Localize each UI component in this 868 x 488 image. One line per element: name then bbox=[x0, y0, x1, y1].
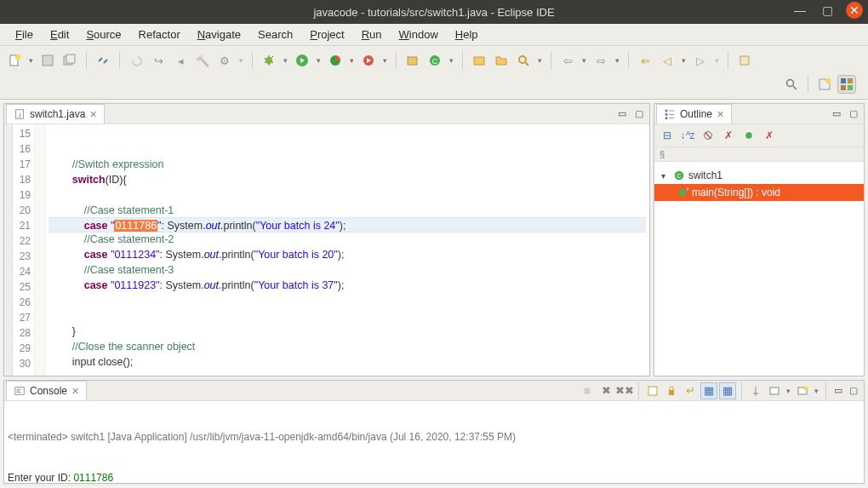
menu-edit[interactable]: Edit bbox=[42, 25, 77, 44]
menu-window[interactable]: Window bbox=[391, 25, 447, 44]
remove-all-icon[interactable]: ✖✖ bbox=[616, 382, 633, 399]
display-console-icon[interactable] bbox=[766, 382, 783, 399]
code-line[interactable]: switch(ID){ bbox=[49, 172, 646, 187]
code-line[interactable]: //Close the scanner object bbox=[49, 339, 646, 354]
prev-edit-icon[interactable]: ⇐ bbox=[636, 51, 654, 70]
menu-help[interactable]: Help bbox=[447, 25, 487, 44]
quick-access-search-icon[interactable] bbox=[782, 75, 801, 94]
coverage-icon[interactable] bbox=[326, 51, 345, 70]
svg-rect-9 bbox=[408, 57, 417, 65]
console-tab[interactable]: Console ✕ bbox=[6, 381, 87, 400]
code-line[interactable]: case "0111786": System.out.println("Your… bbox=[49, 217, 646, 233]
hide-nonpublic-icon[interactable] bbox=[741, 128, 757, 143]
open-folder-icon[interactable] bbox=[492, 51, 511, 70]
run-icon[interactable] bbox=[293, 51, 311, 70]
save-all-icon[interactable] bbox=[60, 51, 79, 70]
hide-static-icon[interactable]: ✗ bbox=[721, 128, 736, 143]
svg-point-31 bbox=[745, 132, 752, 139]
editor-tab-switch1[interactable]: J switch1.java ✕ bbox=[6, 104, 105, 123]
outline-min-icon[interactable]: ▭ bbox=[830, 107, 843, 121]
menu-run[interactable]: Run bbox=[353, 25, 391, 44]
back-icon[interactable]: ◂ bbox=[171, 51, 190, 70]
prev-annotation-icon[interactable]: ⇦ bbox=[558, 51, 577, 70]
code-line[interactable]: //Case statement-2 bbox=[49, 232, 646, 247]
back-history-icon[interactable]: ◁ bbox=[658, 51, 677, 70]
code-line[interactable]: case "0111234": System.out.println("Your… bbox=[49, 247, 646, 262]
focus-icon[interactable]: ⊟ bbox=[660, 128, 675, 143]
code-line[interactable]: } bbox=[49, 324, 646, 339]
code-line[interactable]: //Case statement-1 bbox=[49, 203, 646, 218]
menu-navigate[interactable]: Navigate bbox=[189, 25, 249, 44]
code-line[interactable] bbox=[49, 308, 646, 324]
menu-source[interactable]: Source bbox=[77, 25, 129, 44]
svg-rect-2 bbox=[43, 55, 53, 66]
run-last-icon[interactable] bbox=[359, 51, 378, 70]
maximize-view-icon[interactable]: ▢ bbox=[632, 107, 646, 121]
tree-item-method-main[interactable]: S main(String[]) : void bbox=[654, 184, 864, 201]
build-icon[interactable]: 🔨 bbox=[193, 51, 212, 70]
save-icon[interactable] bbox=[38, 51, 57, 70]
code-line[interactable]: //Switch expression bbox=[49, 157, 646, 172]
close-outline-icon[interactable]: ✕ bbox=[717, 109, 724, 120]
cfg-icon[interactable]: ⚙ bbox=[215, 51, 234, 70]
minimize-button[interactable]: — bbox=[791, 2, 808, 19]
next-annotation-icon[interactable]: ⇨ bbox=[591, 51, 610, 70]
scroll-lock-icon[interactable] bbox=[663, 382, 680, 399]
outline-empty-icon: § bbox=[660, 149, 665, 159]
code-line[interactable] bbox=[49, 126, 646, 141]
svg-rect-19 bbox=[848, 78, 853, 83]
open-perspective-icon[interactable] bbox=[815, 75, 834, 94]
maximize-button[interactable]: ▢ bbox=[819, 2, 836, 19]
class-icon: C bbox=[673, 169, 685, 181]
expand-icon[interactable]: ▾ bbox=[661, 171, 670, 181]
menu-search[interactable]: Search bbox=[249, 25, 301, 44]
java-perspective-icon[interactable] bbox=[837, 75, 856, 94]
console-min-icon[interactable]: ▭ bbox=[831, 384, 845, 398]
close-tab-icon[interactable]: ✕ bbox=[89, 109, 97, 120]
terminate-icon[interactable] bbox=[579, 382, 596, 399]
pin-icon[interactable] bbox=[735, 51, 754, 70]
menu-file[interactable]: File bbox=[7, 25, 42, 44]
close-button[interactable]: ✕ bbox=[846, 2, 863, 19]
sort-az-icon[interactable]: ↓ᴬz bbox=[680, 128, 695, 143]
menu-project[interactable]: Project bbox=[301, 25, 352, 44]
outline-max-icon[interactable]: ▢ bbox=[847, 107, 860, 121]
code-line[interactable] bbox=[49, 187, 646, 203]
tree-item-class[interactable]: ▾ C switch1 bbox=[658, 167, 860, 184]
console-max-icon[interactable]: ▢ bbox=[847, 384, 860, 398]
outline-tree[interactable]: ▾ C switch1 S main(String[]) : void bbox=[654, 162, 864, 206]
link-icon[interactable] bbox=[94, 51, 112, 70]
code-editor[interactable]: 15161718192021222324252627282930 //Switc… bbox=[4, 124, 649, 376]
svg-rect-37 bbox=[585, 388, 591, 393]
code-line[interactable] bbox=[49, 293, 646, 308]
undo-icon[interactable] bbox=[127, 51, 146, 70]
code-line[interactable] bbox=[49, 141, 646, 157]
search-icon[interactable] bbox=[514, 51, 533, 70]
code-line[interactable]: //Case statement-3 bbox=[49, 262, 646, 278]
open-type-icon[interactable] bbox=[470, 51, 488, 70]
debug-icon[interactable] bbox=[260, 51, 278, 70]
new-pkg-icon[interactable] bbox=[403, 51, 422, 70]
code-line[interactable]: input close(); bbox=[49, 354, 646, 370]
close-console-icon[interactable]: ✕ bbox=[71, 386, 79, 397]
show-stderr-icon[interactable]: ▦ bbox=[719, 382, 736, 399]
new-class-icon[interactable]: C bbox=[425, 51, 444, 70]
console-output[interactable]: <terminated> switch1 [Java Application] … bbox=[4, 401, 864, 483]
minimize-view-icon[interactable]: ▭ bbox=[615, 107, 629, 121]
new-dropdown[interactable]: ▾ bbox=[27, 56, 35, 65]
show-stdout-icon[interactable]: ▦ bbox=[700, 382, 717, 399]
clear-console-icon[interactable] bbox=[644, 382, 661, 399]
new-icon[interactable] bbox=[5, 51, 24, 70]
pin-console-icon[interactable] bbox=[747, 382, 764, 399]
word-wrap-icon[interactable]: ↵ bbox=[682, 382, 699, 399]
code-line[interactable]: case "0111923": System.out.println("Your… bbox=[49, 278, 646, 293]
outline-tab[interactable]: Outline ✕ bbox=[656, 104, 732, 123]
redo-icon[interactable]: ↪ bbox=[149, 51, 168, 70]
open-console-icon[interactable] bbox=[794, 382, 811, 399]
fwd-history-icon[interactable]: ▷ bbox=[691, 51, 710, 70]
menu-refactor[interactable]: Refactor bbox=[130, 25, 189, 44]
hide-local-icon[interactable]: ✗ bbox=[762, 128, 777, 143]
hide-fields-icon[interactable] bbox=[700, 128, 716, 143]
remove-launch-icon[interactable]: ✖ bbox=[597, 382, 614, 399]
editor-panel: J switch1.java ✕ ▭ ▢ 1516171819202122232… bbox=[3, 103, 650, 376]
